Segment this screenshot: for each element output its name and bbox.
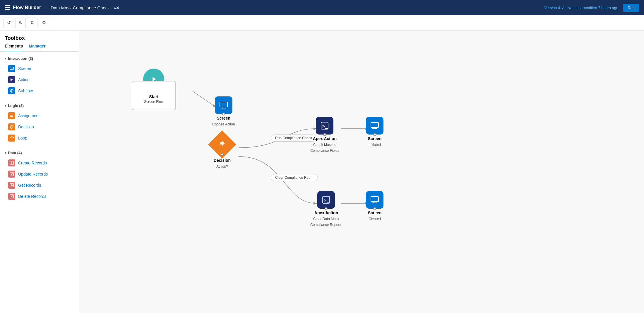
toolbox-sidebar: Toolbox Elements Manager ▾ Interaction (… xyxy=(0,30,79,313)
create-label: Create Records xyxy=(18,161,47,165)
apex-clear-label: Apex Action xyxy=(314,210,338,215)
action-icon xyxy=(8,76,15,83)
copy-button[interactable]: ⧉ xyxy=(27,18,37,28)
svg-text:>_: >_ xyxy=(322,123,328,129)
sidebar-item-decision[interactable]: Decision xyxy=(0,121,79,132)
flow-area: Start Screen Flow Screen Choose Action xyxy=(79,30,577,294)
sidebar-item-delete[interactable]: Delete Records xyxy=(0,191,79,202)
apex-check-node[interactable]: >_ Apex Action Check Masked Compliance F… xyxy=(310,117,339,153)
redo-button[interactable]: ↻ xyxy=(15,18,26,28)
start-sublabel: Screen Flow xyxy=(144,100,164,104)
undo-button[interactable]: ↺ xyxy=(4,18,14,28)
decision-sublabel: Action? xyxy=(216,164,228,169)
app-name: Flow Builder xyxy=(13,5,41,10)
svg-line-20 xyxy=(192,91,215,107)
action-label: Action xyxy=(18,77,30,82)
screen-cleared-sublabel: Cleared xyxy=(369,217,381,221)
decision-icon xyxy=(8,123,15,130)
screen-icon xyxy=(8,65,15,72)
decision-node[interactable]: Decision Action? xyxy=(212,135,232,169)
screen-choose-sublabel: Choose Action xyxy=(212,122,235,126)
screen-initiated-icon[interactable] xyxy=(366,117,383,135)
sidebar-item-subflow[interactable]: Subflow xyxy=(0,85,79,96)
section-logic: ▾ Logic (3) Assignment Decision Loop xyxy=(0,99,79,146)
svg-rect-35 xyxy=(371,123,378,127)
apex-check-sublabel2: Compliance Fields xyxy=(310,149,339,153)
apex-check-icon[interactable]: >_ xyxy=(316,117,333,135)
screen-cleared-node[interactable]: Screen Cleared xyxy=(366,191,383,221)
apex-check-label: Apex Action xyxy=(313,136,337,141)
connector-dot xyxy=(222,113,225,115)
flow-title: Data Mask Compliance Check - V4 xyxy=(46,5,119,10)
brand: ☰ Flow Builder xyxy=(5,4,46,11)
subflow-label: Subflow xyxy=(18,89,33,93)
loop-icon xyxy=(8,135,15,142)
loop-label: Loop xyxy=(18,136,27,140)
sidebar-item-loop[interactable]: Loop xyxy=(0,132,79,144)
main-layout: Toolbox Elements Manager ▾ Interaction (… xyxy=(0,30,644,313)
decision-label: Decision xyxy=(214,158,231,163)
screen-cleared-connector-dot xyxy=(373,207,376,210)
assignment-label: Assignment xyxy=(18,113,40,118)
chevron-data: ▾ xyxy=(5,151,6,154)
screen-initiated-node[interactable]: Screen Initiated xyxy=(366,117,383,147)
section-data: ▾ Data (4) Create Records Update Records xyxy=(0,146,79,204)
flow-canvas[interactable]: Start Screen Flow Screen Choose Action xyxy=(79,30,644,313)
decision-inner-icon xyxy=(218,140,226,149)
apex-clear-icon[interactable]: >_ xyxy=(317,191,335,209)
start-label: Start xyxy=(149,94,158,99)
sidebar-item-create[interactable]: Create Records xyxy=(0,157,79,169)
section-interaction-header[interactable]: ▾ Interaction (3) xyxy=(0,54,79,63)
section-interaction-label: Interaction (3) xyxy=(8,56,33,61)
apex-clear-connector-dot xyxy=(325,207,328,210)
screen-cleared-icon[interactable] xyxy=(366,191,383,209)
screen-label: Screen xyxy=(18,66,31,71)
tab-elements[interactable]: Elements xyxy=(5,44,23,51)
tab-manager[interactable]: Manager xyxy=(29,44,46,51)
get-label: Get Records xyxy=(18,183,41,188)
sidebar-item-get[interactable]: Get Records xyxy=(0,180,79,191)
version-info: Version 4: Active–Last modified 7 hours … xyxy=(544,6,618,10)
svg-rect-0 xyxy=(10,67,13,69)
settings-button[interactable]: ⚙ xyxy=(39,18,49,28)
delete-icon xyxy=(8,193,15,200)
screen-choose-icon[interactable] xyxy=(215,96,232,114)
section-data-label: Data (4) xyxy=(8,151,22,155)
screen-cleared-label: Screen xyxy=(368,210,382,215)
run-button[interactable]: Run xyxy=(623,4,639,12)
clear-compliance-connector[interactable]: Clear Compliance Rep... xyxy=(271,174,318,181)
menu-icon: ☰ xyxy=(5,4,10,11)
chevron-interaction: ▾ xyxy=(5,57,6,60)
svg-rect-25 xyxy=(220,102,227,107)
sidebar-item-assignment[interactable]: Assignment xyxy=(0,110,79,121)
sidebar-item-update[interactable]: Update Records xyxy=(0,169,79,180)
svg-marker-4 xyxy=(11,78,13,81)
run-compliance-connector[interactable]: Run Compliance Check xyxy=(271,135,316,142)
toolbox-tabs: Elements Manager xyxy=(0,44,79,52)
sidebar-item-action[interactable]: Action xyxy=(0,74,79,85)
toolbox-title: Toolbox xyxy=(0,30,79,44)
apex-check-sublabel1: Check Masked xyxy=(313,143,336,147)
screen-choose-node[interactable]: Screen Choose Action xyxy=(212,96,235,126)
run-compliance-label: Run Compliance Check xyxy=(275,136,312,140)
subflow-icon xyxy=(8,87,15,94)
start-node[interactable]: Start Screen Flow xyxy=(132,69,176,110)
screen-initiated-label: Screen xyxy=(368,136,382,141)
clear-compliance-label: Clear Compliance Rep... xyxy=(275,176,314,180)
svg-marker-10 xyxy=(10,125,13,129)
svg-marker-24 xyxy=(153,77,156,81)
apex-clear-node[interactable]: >_ Apex Action Clear Data Mask Complianc… xyxy=(310,191,342,227)
app-header: ☰ Flow Builder Data Mask Compliance Chec… xyxy=(0,0,644,15)
svg-rect-41 xyxy=(371,197,378,202)
delete-label: Delete Records xyxy=(18,194,47,199)
create-icon xyxy=(8,159,15,166)
screen-initiated-connector-dot xyxy=(373,133,376,136)
toolbar: ↺ ↻ ⧉ ⚙ xyxy=(0,15,644,30)
section-logic-header[interactable]: ▾ Logic (3) xyxy=(0,101,79,110)
decision-connector-dot xyxy=(221,153,224,156)
get-icon xyxy=(8,182,15,189)
apex-clear-sublabel1: Clear Data Mask xyxy=(313,217,339,221)
sidebar-item-screen[interactable]: Screen xyxy=(0,63,79,74)
section-data-header[interactable]: ▾ Data (4) xyxy=(0,148,79,157)
apex-clear-sublabel2: Compliance Reports xyxy=(310,223,342,227)
